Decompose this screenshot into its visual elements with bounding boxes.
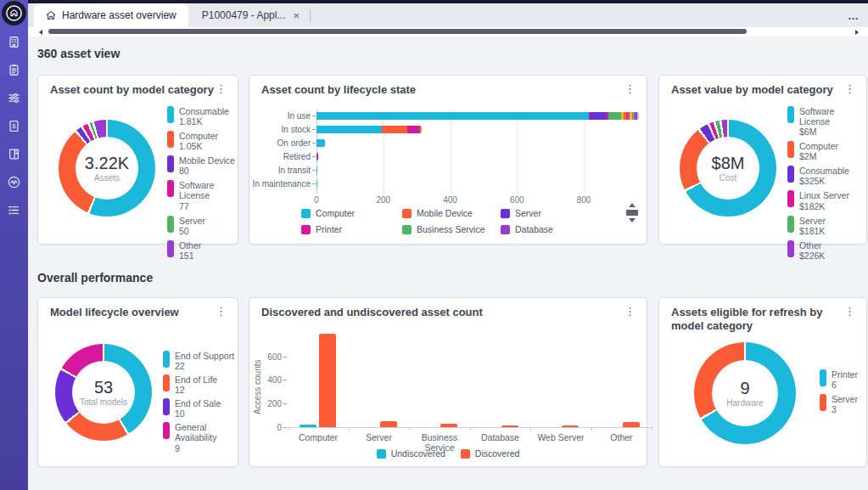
legend-label: Software License (179, 180, 238, 200)
kebab-menu-icon[interactable]: ⋮ (842, 82, 858, 95)
legend-item[interactable]: Other151 (167, 240, 238, 261)
list-icon[interactable] (5, 200, 24, 219)
legend-value: 50 (179, 226, 205, 236)
legend-item[interactable]: Consumable1.81K (167, 106, 238, 127)
legend-item[interactable]: Business Service (402, 224, 501, 234)
legend-value: 151 (179, 251, 201, 261)
cyan-swatch (163, 351, 170, 368)
cyan-swatch (167, 106, 174, 123)
bar-segment-violet[interactable] (590, 112, 607, 120)
legend-item[interactable]: Printer6 (820, 369, 858, 390)
legend-item[interactable]: Server (501, 208, 619, 218)
card-asset-value-by-model-category: Asset value by model category ⋮ $8M Cost… (658, 75, 867, 245)
bar-segment-magenta[interactable] (316, 153, 318, 161)
bar-segment-cyan[interactable] (316, 139, 325, 147)
legend-text: Computer1.05K (179, 131, 218, 151)
legend-item[interactable]: Computer1.05K (167, 131, 238, 151)
bar-segment-cyan[interactable] (316, 112, 589, 120)
bar-segment-green[interactable] (608, 112, 621, 120)
column-orange[interactable] (319, 334, 336, 427)
kebab-menu-icon[interactable]: ⋮ (213, 305, 229, 318)
scroll-right-icon[interactable] (855, 30, 859, 35)
column-orange[interactable] (562, 425, 579, 427)
scrollbar-thumb[interactable] (48, 29, 747, 34)
tab-bar: Hardware asset overview P1000479 - Appl.… (28, 3, 868, 27)
scroll-down-icon[interactable] (629, 218, 636, 222)
x-tick-label: 200 (370, 195, 397, 205)
y-tick-label: 400 (251, 375, 282, 385)
tab-label: Hardware asset overview (62, 9, 176, 21)
legend-item[interactable]: Server50 (167, 216, 238, 236)
legend-item[interactable]: End of Sale10 (163, 398, 238, 419)
invoice-icon[interactable]: $ (5, 116, 24, 135)
column-orange[interactable] (440, 424, 457, 427)
legend-item[interactable]: Mobile Device (402, 208, 501, 218)
sliders-icon[interactable] (5, 88, 24, 107)
legend-item[interactable]: Computer$2M (787, 141, 866, 161)
x-category-label: Web Server (530, 432, 591, 442)
close-icon[interactable]: × (293, 10, 300, 21)
legend-value: $181K (799, 226, 826, 236)
ledger-icon[interactable] (5, 144, 24, 163)
legend-label: Discovered (475, 448, 520, 459)
bar-segment-magenta[interactable] (407, 126, 420, 133)
bar-segment-olive[interactable] (420, 126, 422, 133)
y-category-label: Retired (249, 152, 311, 161)
legend-item[interactable]: Software License$6M (787, 106, 866, 137)
x-tick-label: 600 (503, 195, 530, 205)
legend-item[interactable]: Mobile Device80 (167, 155, 238, 176)
legend-text: Other$226K (799, 240, 825, 261)
legend-item[interactable]: Database (501, 224, 619, 234)
orange-swatch (787, 141, 794, 158)
legend-item[interactable]: Linux Server$182K (787, 190, 866, 211)
bar-segment-cyan[interactable] (316, 126, 382, 133)
bar-segment-cyan[interactable] (316, 180, 317, 188)
scroller-thumb[interactable] (626, 210, 638, 216)
clipboard-icon[interactable] (5, 60, 24, 79)
bar-segment-cyan[interactable] (316, 166, 317, 174)
legend-item[interactable]: General Availability9 (163, 422, 238, 453)
scroll-left-icon[interactable] (39, 30, 42, 35)
bar-segment-lavender[interactable] (637, 112, 639, 120)
legend-value: $6M (799, 127, 866, 137)
legend-value: 1.05K (179, 141, 218, 151)
legend-item[interactable]: Server$181K (787, 216, 866, 236)
legend-item[interactable]: Computer (301, 208, 402, 218)
column-orange[interactable] (501, 425, 518, 427)
tab-overflow-icon[interactable]: … (848, 9, 868, 22)
bar-segment-orange[interactable] (382, 126, 408, 133)
column-orange[interactable] (380, 421, 397, 427)
tab-hardware-asset-overview[interactable]: Hardware asset overview (34, 3, 188, 27)
legend-item[interactable]: End of Support22 (163, 351, 238, 371)
scroll-up-icon[interactable] (629, 203, 636, 207)
legend-value: $182K (799, 201, 849, 211)
kebab-menu-icon[interactable]: ⋮ (622, 305, 638, 318)
card-asset-count-by-model-category: Asset count by model category ⋮ 3.22K As… (37, 75, 238, 245)
y-tick (312, 129, 316, 130)
legend-item[interactable]: Printer (301, 224, 402, 234)
legend-label: End of Sale (175, 398, 221, 408)
horizontal-scrollbar[interactable] (28, 27, 868, 37)
orange-swatch (820, 394, 826, 411)
kebab-menu-icon[interactable]: ⋮ (622, 82, 638, 95)
chart-legend: Printer6Server3 (820, 369, 858, 419)
home-logo[interactable] (2, 1, 26, 25)
building-icon[interactable] (5, 32, 24, 51)
kebab-menu-icon[interactable]: ⋮ (842, 305, 858, 318)
column-cyan[interactable] (300, 425, 316, 427)
legend-scroller (625, 203, 639, 222)
legend-item[interactable]: Server3 (820, 394, 858, 414)
legend-item[interactable]: Other$226K (787, 240, 866, 261)
card-model-lifecycle-overview: Model lifecycle overview ⋮ 53 Total mode… (37, 297, 238, 467)
activity-icon[interactable] (5, 172, 24, 191)
column-orange[interactable] (623, 422, 640, 427)
legend-item[interactable]: Software License77 (167, 180, 238, 211)
kebab-menu-icon[interactable]: ⋮ (213, 82, 229, 95)
tab-p1000479[interactable]: P1000479 - Appl... × (193, 9, 308, 21)
x-tick-label: 400 (437, 195, 464, 205)
section-title-overall-performance: Overall performance (37, 271, 153, 284)
legend-label: Server (515, 208, 541, 218)
legend-item[interactable]: Consumable$325K (787, 166, 866, 186)
legend-item[interactable]: End of Life12 (163, 375, 238, 395)
card-title: Asset count by model category (50, 83, 214, 97)
